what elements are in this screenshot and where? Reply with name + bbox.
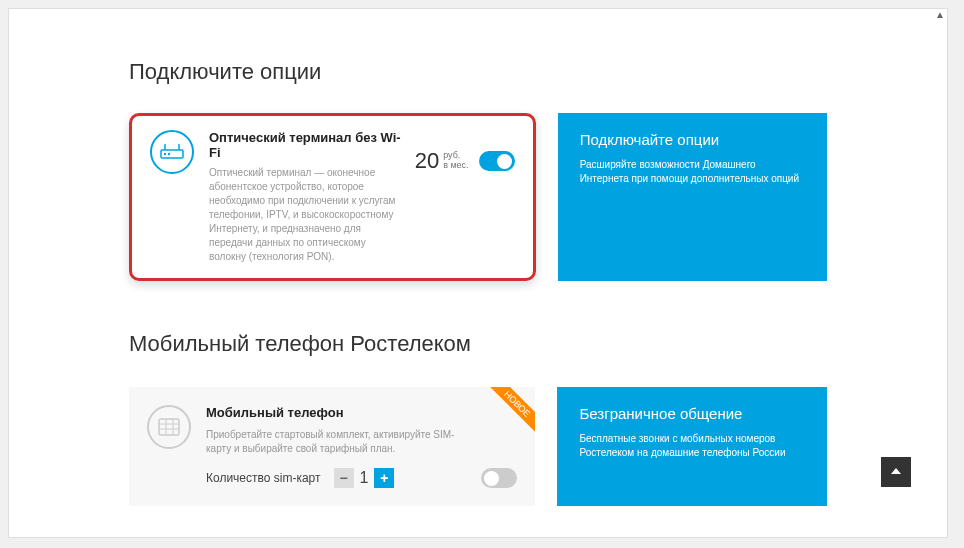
optical-terminal-card: Оптический терминал без Wi-Fi Оптический… <box>129 113 536 281</box>
option-price: 20 <box>415 148 439 174</box>
option-price-unit: руб. в мес. <box>443 151 468 171</box>
mobile-title: Мобильный телефон <box>206 405 517 420</box>
optical-terminal-toggle[interactable] <box>479 151 515 171</box>
back-to-top-button[interactable] <box>881 457 911 487</box>
option-description: Оптический терминал — оконечное абонентс… <box>209 166 405 264</box>
svg-rect-5 <box>159 419 179 435</box>
sim-decrease-button[interactable]: − <box>334 468 354 488</box>
sim-count-label: Количество sim-карт <box>206 471 321 485</box>
mobile-section-title: Мобильный телефон Ростелеком <box>129 331 827 357</box>
mobile-phone-card: НОВОЕ Мобильный телефон Приобретайте ста… <box>129 387 535 506</box>
mobile-promo-title: Безграничное общение <box>579 405 805 422</box>
mobile-promo-text: Бесплатные звонки с мобильных номеров Ро… <box>579 432 805 460</box>
scroll-arrow-up[interactable]: ▲ <box>933 9 947 20</box>
svg-point-3 <box>164 153 166 155</box>
sim-count-value: 1 <box>360 469 369 487</box>
options-promo: Подключайте опции Расширяйте возможности… <box>558 113 827 281</box>
sim-icon <box>147 405 191 449</box>
promo-text: Расширяйте возможности Домашнего Интерне… <box>580 158 805 186</box>
router-icon <box>150 130 194 174</box>
svg-point-4 <box>168 153 170 155</box>
promo-title: Подключайте опции <box>580 131 805 148</box>
sim-increase-button[interactable]: + <box>374 468 394 488</box>
mobile-phone-toggle[interactable] <box>481 468 517 488</box>
option-title: Оптический терминал без Wi-Fi <box>209 130 405 160</box>
mobile-promo: Безграничное общение Бесплатные звонки с… <box>557 387 827 506</box>
options-section-title: Подключите опции <box>129 59 827 85</box>
mobile-description: Приобретайте стартовый комплект, активир… <box>206 428 466 456</box>
